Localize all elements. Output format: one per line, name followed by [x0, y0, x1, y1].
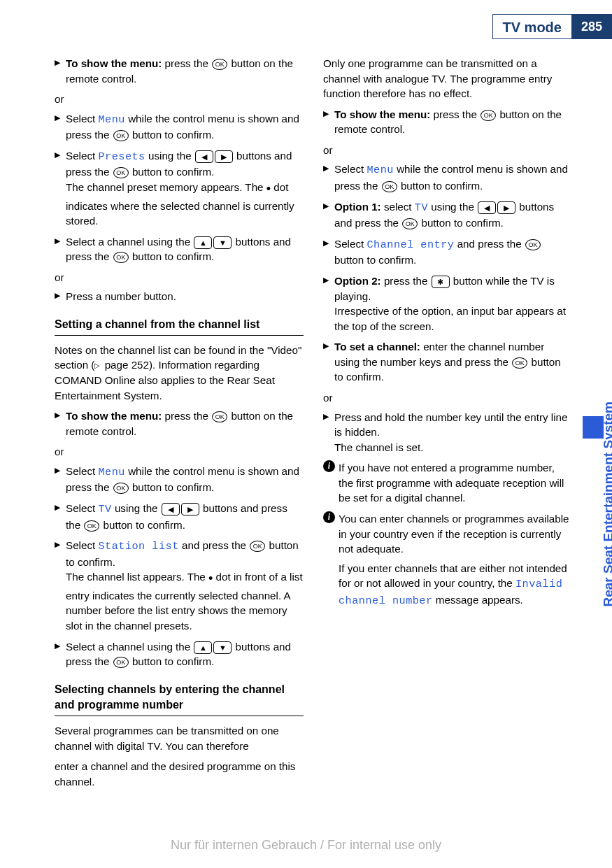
step-select-presets: ▶ Select Presets using the ◀▶ buttons an…: [55, 148, 304, 229]
text: using the: [145, 150, 194, 162]
text: If you enter channels that are either no…: [339, 561, 572, 609]
ok-button-icon: OK: [113, 483, 129, 494]
text: and press the: [454, 238, 524, 250]
or-text: or: [55, 444, 304, 460]
info-icon: i: [323, 460, 335, 472]
step-arrow-icon: ▶: [55, 410, 60, 421]
step-arrow-icon: ▶: [323, 201, 329, 212]
step-arrow-icon: ▶: [55, 465, 60, 476]
left-button-icon: ◀: [162, 503, 180, 515]
right-button-icon: ▶: [215, 150, 233, 163]
step-select-menu-1: ▶ Select Menu while the control menu is …: [55, 111, 304, 143]
step-select-channel-updown-2: ▶ Select a channel using the ▲▼ buttons …: [55, 639, 304, 669]
info-icon: i: [323, 511, 335, 523]
ok-button-icon: OK: [382, 181, 397, 192]
ok-button-icon: OK: [212, 411, 227, 422]
ok-button-icon: OK: [113, 130, 129, 141]
step-arrow-icon: ▶: [55, 150, 60, 161]
menu-literal: Presets: [98, 150, 145, 163]
footer-watermark: Nur für internen Gebrauch / For internal…: [0, 838, 612, 853]
page-content: ▶ To show the menu: press the OK button …: [55, 56, 572, 811]
star-button-icon: ✱: [432, 276, 450, 288]
text: Press and hold the number key until the …: [334, 411, 567, 439]
text: button to confirm.: [129, 250, 215, 262]
menu-literal: Station list: [98, 540, 178, 553]
up-button-icon: ▲: [194, 641, 212, 654]
text: To show the menu:: [66, 410, 162, 422]
text: Select: [334, 163, 367, 175]
ok-button-icon: OK: [512, 357, 527, 369]
xref-icon: [94, 359, 101, 371]
step-arrow-icon: ▶: [55, 539, 60, 550]
step-press-number: ▶ Press a number button.: [55, 289, 304, 304]
or-text: or: [323, 390, 572, 406]
step-arrow-icon: ▶: [55, 290, 60, 301]
paragraph: Several programmes can be transmitted on…: [55, 723, 304, 753]
step-arrow-icon: ▶: [55, 502, 60, 513]
text: Select: [66, 113, 98, 124]
step-show-menu-1: ▶ To show the menu: press the OK button …: [55, 56, 304, 86]
step-arrow-icon: ▶: [323, 163, 329, 174]
text: The channel preset memory appears. The •…: [66, 180, 304, 229]
step-select-menu-2: ▶ Select Menu while the control menu is …: [55, 464, 304, 495]
text: Press a number button.: [66, 290, 176, 302]
right-button-icon: ▶: [181, 503, 199, 515]
step-option-2: ▶ Option 2: press the ✱ button while the…: [323, 273, 572, 334]
step-arrow-icon: ▶: [323, 275, 329, 286]
ok-button-icon: OK: [113, 252, 129, 263]
step-show-menu-3: ▶ To show the menu: press the OK button …: [323, 107, 572, 137]
text: and press the: [179, 539, 249, 551]
text: button to confirm.: [129, 166, 215, 178]
step-option-1: ▶ Option 1: select TV using the ◀▶ butto…: [323, 199, 572, 231]
text: press the: [162, 410, 211, 422]
text: To show the menu:: [334, 108, 430, 120]
text: Select a channel using the: [66, 236, 193, 248]
text: To set a channel:: [334, 341, 420, 353]
text: using the: [112, 502, 161, 514]
ok-button-icon: OK: [250, 541, 265, 552]
text: button to confirm.: [398, 180, 483, 192]
or-text: or: [55, 270, 304, 285]
heading-channel-entry: Selecting channels by entering the chann…: [55, 682, 304, 716]
menu-literal: TV: [98, 503, 111, 515]
ok-button-icon: OK: [481, 110, 496, 121]
text: Select: [66, 150, 98, 162]
or-text: or: [323, 143, 572, 158]
text: Select: [66, 465, 98, 477]
step-arrow-icon: ▶: [55, 641, 60, 652]
ok-button-icon: OK: [525, 239, 541, 250]
step-set-channel: ▶ To set a channel: enter the channel nu…: [323, 339, 572, 385]
text: Select: [334, 238, 367, 250]
ok-button-icon: OK: [113, 657, 129, 668]
menu-literal: Channel entry: [367, 239, 454, 251]
text: If you have not entered a programme numb…: [339, 462, 564, 504]
text: button to confirm.: [129, 481, 215, 493]
down-button-icon: ▼: [213, 236, 232, 249]
step-arrow-icon: ▶: [323, 341, 329, 352]
step-select-tv: ▶ Select TV using the ◀▶ buttons and pre…: [55, 501, 304, 532]
ok-button-icon: OK: [84, 520, 99, 532]
up-button-icon: ▲: [194, 236, 212, 249]
text: Irrespective of the option, an input bar…: [334, 304, 572, 334]
text: Select: [66, 502, 98, 514]
info-note-2: i You can enter channels or programmes a…: [323, 511, 572, 609]
menu-literal: Menu: [367, 164, 393, 176]
heading-channel-list: Setting a channel from the channel list: [55, 317, 304, 336]
left-button-icon: ◀: [195, 150, 213, 163]
page-header: TV mode 285: [492, 14, 613, 39]
step-show-menu-2: ▶ To show the menu: press the OK button …: [55, 408, 304, 439]
or-text: or: [55, 92, 304, 107]
step-select-channel-updown-1: ▶ Select a channel using the ▲▼ buttons …: [55, 234, 304, 264]
text: press the: [381, 275, 431, 287]
step-arrow-icon: ▶: [55, 57, 60, 69]
text: using the: [428, 201, 477, 213]
text: Option 2:: [334, 275, 381, 287]
menu-literal: Menu: [98, 113, 124, 126]
ok-button-icon: OK: [402, 218, 418, 229]
text: You can enter channels or programmes ava…: [339, 513, 569, 555]
text: press the: [430, 108, 480, 120]
text: button to confirm.: [100, 519, 185, 531]
header-title: TV mode: [492, 14, 571, 39]
text: Option 1:: [334, 201, 381, 213]
text: button to confirm.: [129, 655, 215, 667]
